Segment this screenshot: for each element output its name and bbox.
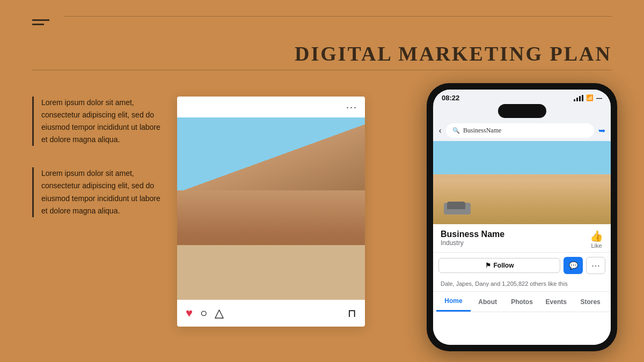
status-time: 08:22 xyxy=(442,94,459,102)
follow-button[interactable]: ⚑ Follow xyxy=(438,258,560,273)
wifi-icon: 📶 xyxy=(586,94,594,101)
heart-icon[interactable]: ♥ xyxy=(186,306,193,320)
business-info: Business Name Industry xyxy=(441,230,504,247)
text-blocks-container: Lorem ipsum dolor sit amet, consectetur … xyxy=(32,97,161,239)
instagram-card: ··· ♥ ○ △ ⊓ xyxy=(177,97,365,327)
instagram-actions: ♥ ○ △ ⊓ xyxy=(177,300,365,327)
facebook-likes-text: Dale, Japes, Dany and 1,205,822 others l… xyxy=(433,278,611,292)
car-shape xyxy=(444,203,471,215)
ellipsis-icon: ⋯ xyxy=(591,261,600,271)
nav-item-photos[interactable]: Photos xyxy=(505,293,539,311)
nav-item-home[interactable]: Home xyxy=(436,292,471,312)
back-icon[interactable]: ‹ xyxy=(438,125,442,136)
facebook-cover-photo xyxy=(433,141,611,224)
instagram-dots-icon[interactable]: ··· xyxy=(346,102,357,114)
search-icon: 🔍 xyxy=(452,127,460,134)
send-icon[interactable]: △ xyxy=(215,306,224,320)
facebook-content: Business Name Industry 👍 Like ⚑ Follow 💬 xyxy=(433,141,611,345)
business-name: Business Name xyxy=(441,230,504,239)
facebook-actions: ⚑ Follow 💬 ⋯ xyxy=(433,253,611,278)
status-bar: 08:22 📶 — xyxy=(433,90,611,104)
more-options-button[interactable]: ⋯ xyxy=(586,257,605,274)
instagram-photo xyxy=(177,117,365,300)
phone-screen: 08:22 📶 — ‹ 🔍 BusinessName ➥ xyxy=(433,90,611,345)
dynamic-island xyxy=(498,104,546,118)
browser-search-input[interactable]: 🔍 BusinessName xyxy=(446,123,594,138)
facebook-nav: Home About Photos Events Stores xyxy=(433,292,611,312)
follow-flag-icon: ⚑ xyxy=(485,262,491,269)
thumbs-up-icon: 👍 xyxy=(590,230,603,242)
hamburger-menu[interactable] xyxy=(32,19,49,25)
signal-bar-1 xyxy=(574,99,575,101)
share-icon[interactable]: ➥ xyxy=(598,125,605,136)
signal-bars-icon xyxy=(574,95,583,101)
nav-item-stores[interactable]: Stores xyxy=(573,293,608,311)
facebook-profile-area: Business Name Industry 👍 Like xyxy=(433,224,611,253)
nav-item-events[interactable]: Events xyxy=(539,293,573,311)
signal-bar-4 xyxy=(582,95,583,101)
page-title: DIGITAL MARKETING PLAN xyxy=(49,42,612,65)
text-block-1: Lorem ipsum dolor sit amet, consectetur … xyxy=(32,97,161,146)
hamburger-line-2 xyxy=(32,24,44,25)
browser-bar: ‹ 🔍 BusinessName ➥ xyxy=(433,120,611,141)
like-area[interactable]: 👍 Like xyxy=(590,230,603,249)
status-icons: 📶 — xyxy=(574,94,602,101)
phone-mockup: 08:22 📶 — ‹ 🔍 BusinessName ➥ xyxy=(427,83,617,351)
message-icon: 💬 xyxy=(569,261,578,270)
decorative-line-bottom xyxy=(32,70,612,70)
hamburger-line-1 xyxy=(32,19,49,21)
nav-item-about[interactable]: About xyxy=(471,293,505,311)
instagram-header: ··· xyxy=(177,97,365,117)
signal-bar-3 xyxy=(579,96,581,101)
battery-icon: — xyxy=(596,95,602,101)
title-area: DIGITAL MARKETING PLAN xyxy=(49,15,612,65)
signal-bar-2 xyxy=(576,98,578,101)
business-industry: Industry xyxy=(441,239,504,247)
text-block-2: Lorem ipsum dolor sit amet, consectetur … xyxy=(32,167,161,217)
comment-icon[interactable]: ○ xyxy=(200,306,207,320)
bookmark-icon[interactable]: ⊓ xyxy=(348,307,356,320)
message-button[interactable]: 💬 xyxy=(564,257,583,274)
header: DIGITAL MARKETING PLAN xyxy=(0,0,644,65)
